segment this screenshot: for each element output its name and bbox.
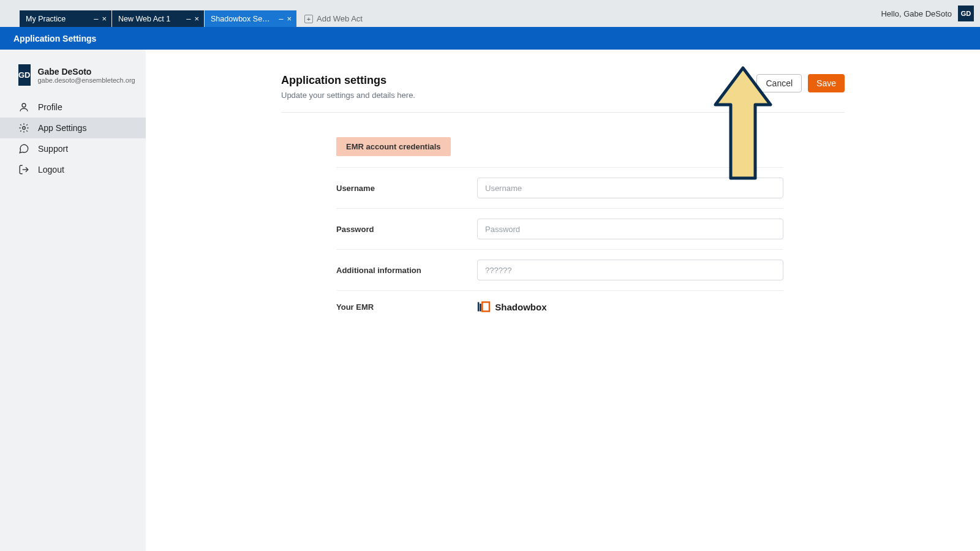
save-button[interactable]: Save bbox=[808, 74, 845, 92]
page-header: Application settings Update your setting… bbox=[281, 74, 845, 113]
page-banner: Application Settings bbox=[0, 27, 980, 50]
sidebar-item-app-settings[interactable]: App Settings bbox=[0, 118, 146, 138]
svg-point-0 bbox=[22, 103, 26, 107]
form-area: EMR account credentials Username Passwor… bbox=[336, 137, 783, 323]
tab-new-web-act[interactable]: New Web Act 1 – × bbox=[112, 10, 204, 27]
page-title: Application settings bbox=[281, 74, 415, 87]
add-tab-label: Add Web Act bbox=[317, 14, 363, 23]
field-username: Username bbox=[336, 167, 783, 209]
emr-name: Shadowbox bbox=[495, 302, 546, 312]
sidebar: GD Gabe DeSoto gabe.desoto@ensembletech.… bbox=[0, 50, 146, 551]
password-input[interactable] bbox=[477, 219, 783, 239]
tab-title: My Practice bbox=[26, 15, 66, 23]
field-label: Your EMR bbox=[336, 302, 477, 312]
logout-icon bbox=[18, 164, 29, 175]
greeting-text: Hello, Gabe DeSoto bbox=[881, 9, 952, 18]
additional-input[interactable] bbox=[477, 260, 783, 280]
field-emr: Your EMR Shadowbox bbox=[336, 291, 783, 323]
field-additional: Additional information bbox=[336, 250, 783, 291]
emr-logo: Shadowbox bbox=[477, 301, 547, 313]
minimize-icon[interactable]: – bbox=[186, 15, 190, 23]
user-icon bbox=[18, 102, 29, 113]
chat-icon bbox=[18, 143, 29, 154]
tab-shadowbox-settings[interactable]: Shadowbox Settings – × bbox=[205, 10, 296, 27]
sidebar-item-label: App Settings bbox=[38, 123, 86, 133]
shadowbox-icon bbox=[477, 301, 491, 313]
svg-rect-2 bbox=[478, 302, 479, 312]
close-icon[interactable]: × bbox=[102, 15, 107, 23]
tab-my-practice[interactable]: My Practice – × bbox=[20, 10, 111, 27]
field-label: Additional information bbox=[336, 266, 477, 275]
sidebar-item-support[interactable]: Support bbox=[0, 138, 146, 159]
field-label: Password bbox=[336, 225, 477, 234]
sidebar-item-logout[interactable]: Logout bbox=[0, 159, 146, 180]
user-greeting-area: Hello, Gabe DeSoto GD bbox=[881, 0, 974, 27]
sidebar-item-profile[interactable]: Profile bbox=[0, 97, 146, 118]
plus-icon: + bbox=[304, 15, 313, 23]
close-icon[interactable]: × bbox=[194, 15, 199, 23]
minimize-icon[interactable]: – bbox=[279, 15, 283, 23]
svg-point-1 bbox=[23, 127, 26, 130]
page-subtitle: Update your settings and details here. bbox=[281, 91, 415, 100]
svg-rect-3 bbox=[480, 304, 481, 311]
sidebar-item-label: Support bbox=[38, 144, 68, 154]
field-password: Password bbox=[336, 209, 783, 250]
sidebar-item-label: Logout bbox=[38, 165, 64, 174]
minimize-icon[interactable]: – bbox=[94, 15, 98, 23]
user-card: GD Gabe DeSoto gabe.desoto@ensembletech.… bbox=[0, 64, 146, 97]
avatar: GD bbox=[18, 64, 31, 86]
tab-title: Shadowbox Settings bbox=[211, 15, 272, 23]
add-tab-button[interactable]: + Add Web Act bbox=[297, 10, 370, 27]
user-name: Gabe DeSoto bbox=[38, 67, 135, 77]
sidebar-item-label: Profile bbox=[38, 102, 62, 112]
avatar[interactable]: GD bbox=[958, 6, 974, 21]
username-input[interactable] bbox=[477, 178, 783, 198]
gear-icon bbox=[18, 122, 29, 133]
user-email: gabe.desoto@ensembletech.org bbox=[38, 77, 135, 84]
banner-title: Application Settings bbox=[13, 34, 96, 43]
section-header: EMR account credentials bbox=[336, 137, 451, 156]
tab-title: New Web Act 1 bbox=[118, 15, 170, 23]
content-area: Application settings Update your setting… bbox=[146, 50, 980, 551]
cancel-button[interactable]: Cancel bbox=[756, 74, 802, 92]
field-label: Username bbox=[336, 184, 477, 193]
close-icon[interactable]: × bbox=[287, 15, 292, 23]
tab-bar: My Practice – × New Web Act 1 – × Shadow… bbox=[0, 0, 980, 27]
